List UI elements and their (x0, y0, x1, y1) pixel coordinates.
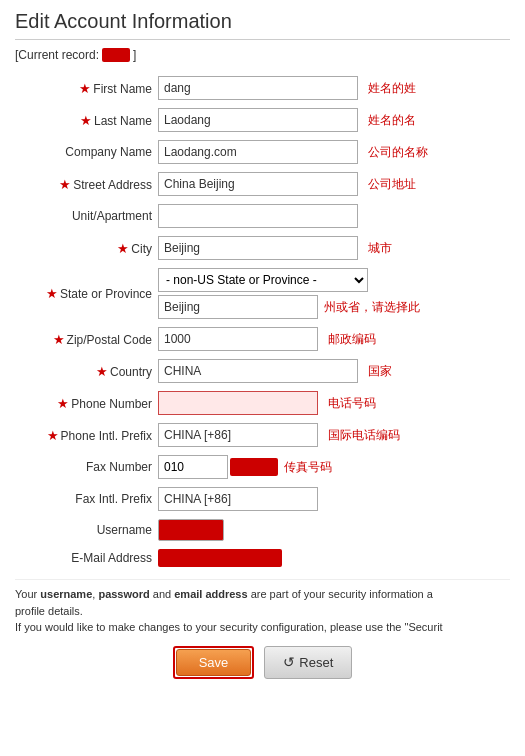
current-record: [Current record: ] (15, 48, 510, 62)
username-redacted (158, 519, 224, 541)
reset-icon: ↺ (283, 654, 295, 670)
zip-annotation: 邮政编码 (328, 332, 376, 346)
table-row: ★Zip/Postal Code 邮政编码 (15, 323, 510, 355)
bottom-note-text-2: profile details. (15, 605, 83, 617)
bottom-note-text-3: If you would like to make changes to you… (15, 621, 443, 633)
field-input-cell-zip: 邮政编码 (155, 323, 510, 355)
reset-button[interactable]: ↺ Reset (264, 646, 352, 679)
record-id (102, 48, 129, 62)
button-row: Save ↺ Reset (15, 646, 510, 679)
zip-input[interactable] (158, 327, 318, 351)
field-label-street: ★Street Address (15, 168, 155, 200)
page-title: Edit Account Information (15, 10, 510, 40)
field-label-fax: Fax Number (15, 451, 155, 483)
firstname-annotation: 姓名的姓 (368, 81, 416, 95)
state-annotation: 州或省，请选择此 (324, 299, 420, 316)
table-row: ★Street Address 公司地址 (15, 168, 510, 200)
field-label-zip: ★Zip/Postal Code (15, 323, 155, 355)
field-label-lastname: ★Last Name (15, 104, 155, 136)
table-row: Username (15, 515, 510, 545)
country-input[interactable] (158, 359, 358, 383)
phone-prefix-input[interactable] (158, 423, 318, 447)
table-row: Fax Intl. Prefix (15, 483, 510, 515)
field-label-firstname: ★First Name (15, 72, 155, 104)
field-input-cell-fax: 传真号码 (155, 451, 510, 483)
required-star: ★ (47, 428, 59, 443)
company-annotation: 公司的名称 (368, 145, 428, 159)
table-row: Fax Number 传真号码 (15, 451, 510, 483)
state-select[interactable]: - non-US State or Province - (158, 268, 368, 292)
fax-redacted (230, 458, 278, 476)
city-input[interactable] (158, 236, 358, 260)
table-row: ★First Name 姓名的姓 (15, 72, 510, 104)
last-name-input[interactable] (158, 108, 358, 132)
phone-input[interactable] (158, 391, 318, 415)
fax-annotation: 传真号码 (284, 459, 332, 476)
table-row: ★Last Name 姓名的名 (15, 104, 510, 136)
form-table: ★First Name 姓名的姓 ★Last Name 姓名的名 Co (15, 72, 510, 571)
required-star: ★ (59, 177, 71, 192)
field-label-email: E-Mail Address (15, 545, 155, 571)
phone-prefix-annotation: 国际电话编码 (328, 428, 400, 442)
required-star: ★ (46, 286, 58, 301)
save-button-wrapper: Save (173, 646, 255, 679)
required-star: ★ (96, 364, 108, 379)
field-label-city: ★City (15, 232, 155, 264)
field-label-username: Username (15, 515, 155, 545)
fax-prefix-input[interactable] (158, 487, 318, 511)
field-input-cell-fax-prefix (155, 483, 510, 515)
state-text-input[interactable] (158, 295, 318, 319)
current-record-label: [Current record: (15, 48, 99, 62)
email-redacted (158, 549, 282, 567)
bottom-note: Your username, password and email addres… (15, 579, 510, 636)
required-star: ★ (57, 396, 69, 411)
fax-input[interactable] (158, 455, 228, 479)
table-row: ★State or Province - non-US State or Pro… (15, 264, 510, 323)
bottom-note-text-1: Your username, password and email addres… (15, 588, 433, 600)
field-input-cell-unit (155, 200, 510, 232)
table-row: Company Name 公司的名称 (15, 136, 510, 168)
field-input-cell-phone: 电话号码 (155, 387, 510, 419)
field-input-cell-state: - non-US State or Province - 州或省，请选择此 (155, 264, 510, 323)
field-input-cell-city: 城市 (155, 232, 510, 264)
table-row: Unit/Apartment (15, 200, 510, 232)
field-label-phone: ★Phone Number (15, 387, 155, 419)
table-row: ★Phone Number 电话号码 (15, 387, 510, 419)
table-row: ★Country 国家 (15, 355, 510, 387)
table-row: ★Phone Intl. Prefix 国际电话编码 (15, 419, 510, 451)
field-input-cell-company: 公司的名称 (155, 136, 510, 168)
street-annotation: 公司地址 (368, 177, 416, 191)
lastname-annotation: 姓名的名 (368, 113, 416, 127)
required-star: ★ (53, 332, 65, 347)
field-input-cell-street: 公司地址 (155, 168, 510, 200)
field-label-phone-prefix: ★Phone Intl. Prefix (15, 419, 155, 451)
table-row: ★City 城市 (15, 232, 510, 264)
field-label-company: Company Name (15, 136, 155, 168)
company-name-input[interactable] (158, 140, 358, 164)
street-address-input[interactable] (158, 172, 358, 196)
required-star: ★ (117, 241, 129, 256)
required-star: ★ (80, 113, 92, 128)
save-button[interactable]: Save (176, 649, 252, 676)
field-input-cell-firstname: 姓名的姓 (155, 72, 510, 104)
field-label-fax-prefix: Fax Intl. Prefix (15, 483, 155, 515)
field-input-cell-country: 国家 (155, 355, 510, 387)
city-annotation: 城市 (368, 241, 392, 255)
unit-input[interactable] (158, 204, 358, 228)
required-star: ★ (79, 81, 91, 96)
page-container: Edit Account Information [Current record… (0, 0, 525, 689)
phone-annotation: 电话号码 (328, 396, 376, 410)
current-record-bracket: ] (133, 48, 136, 62)
field-input-cell-username (155, 515, 510, 545)
country-annotation: 国家 (368, 364, 392, 378)
first-name-input[interactable] (158, 76, 358, 100)
field-input-cell-email (155, 545, 510, 571)
reset-label: Reset (299, 655, 333, 670)
field-label-country: ★Country (15, 355, 155, 387)
field-input-cell-lastname: 姓名的名 (155, 104, 510, 136)
field-label-state: ★State or Province (15, 264, 155, 323)
table-row: E-Mail Address (15, 545, 510, 571)
field-input-cell-phone-prefix: 国际电话编码 (155, 419, 510, 451)
field-label-unit: Unit/Apartment (15, 200, 155, 232)
